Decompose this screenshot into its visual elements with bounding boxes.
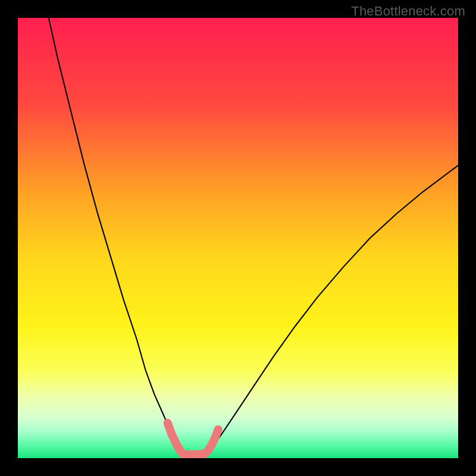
plot-area (18, 18, 458, 458)
chart-frame: TheBottleneck.com (0, 0, 476, 476)
watermark-text: TheBottleneck.com (351, 4, 465, 19)
chart-background (18, 18, 458, 458)
chart-svg (18, 18, 458, 458)
